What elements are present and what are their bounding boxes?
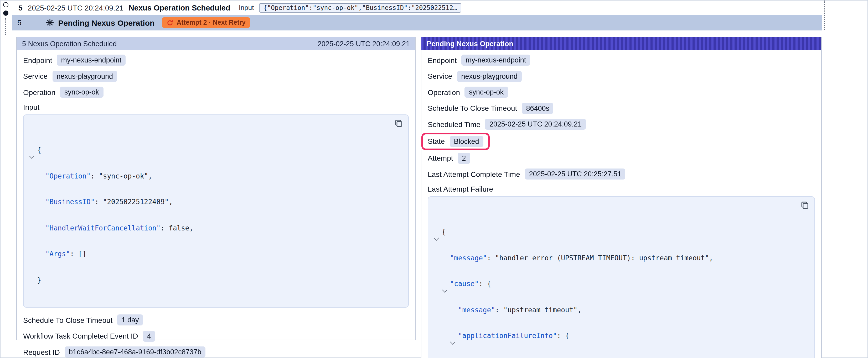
json-colon: : xyxy=(160,224,169,232)
event-row-scheduled[interactable]: 5 2025-02-25 UTC 20:24:09.21 Nexus Opera… xyxy=(12,1,822,15)
field-value-badge: nexus-playground xyxy=(457,71,522,82)
field-label: Endpoint xyxy=(23,56,52,64)
field-row-schedule-to-close: Schedule To Close Timeout 1 day xyxy=(23,315,409,325)
field-label: Operation xyxy=(23,88,56,96)
field-value-badge: my-nexus-endpoint xyxy=(462,55,530,66)
event-title: Nexus Operation Scheduled xyxy=(129,3,230,12)
code-line: } xyxy=(29,276,387,285)
attempt-retry-badge: Attempt 2 · Next Retry xyxy=(162,17,250,28)
field-value-badge: b1c6a4bc-8ee7-468a-9169-df3b02c8737b xyxy=(65,347,206,357)
code-indent xyxy=(433,306,458,314)
copy-button[interactable] xyxy=(395,119,403,127)
code-indent xyxy=(433,280,442,288)
field-row-operation: Operation sync-op-ok xyxy=(428,87,815,98)
input-field-label: Input xyxy=(239,4,254,11)
json-value: { xyxy=(37,146,41,154)
json-value: "sync-op-ok", xyxy=(99,172,152,180)
workflow-event-details-page: 5 2025-02-25 UTC 20:24:09.21 Nexus Opera… xyxy=(0,0,868,358)
field-row-scheduled-time: Scheduled Time 2025-02-25 UTC 20:24:09.2… xyxy=(428,119,815,130)
scheduled-card-body: Endpoint my-nexus-endpoint Service nexus… xyxy=(17,50,415,358)
field-label: Endpoint xyxy=(428,56,457,64)
input-json-viewer: { "Operation": "sync-op-ok", "BusinessID… xyxy=(23,114,409,307)
code-line: "Args": [] xyxy=(29,250,387,259)
field-label: Service xyxy=(428,72,452,80)
field-row-request-id: Request ID b1c6a4bc-8ee7-468a-9169-df3b0… xyxy=(23,347,409,357)
card-header-timestamp: 2025-02-25 UTC 20:24:09.21 xyxy=(318,40,410,47)
field-value-badge: 86400s xyxy=(522,103,554,113)
scroll-rail-dots xyxy=(824,1,825,30)
field-label: Workflow Task Completed Event ID xyxy=(23,332,138,340)
state-badge: Blocked xyxy=(450,136,483,147)
event-id-link[interactable]: 5 xyxy=(17,19,22,27)
code-indent xyxy=(29,224,45,232)
annotation-highlight-state: State Blocked xyxy=(422,133,490,150)
json-colon: : xyxy=(95,198,103,206)
code-line: "message": "upstream timeout", xyxy=(433,306,794,315)
field-label: Scheduled Time xyxy=(428,120,480,128)
temporal-event-history-view: 5 2025-02-25 UTC 20:24:09.21 Nexus Opera… xyxy=(0,0,868,358)
nexus-asterisk-icon xyxy=(46,19,54,27)
field-label: Service xyxy=(23,72,48,80)
json-colon: : xyxy=(479,280,487,288)
attempt-retry-label: Attempt 2 · Next Retry xyxy=(177,19,246,26)
field-label: Request ID xyxy=(23,348,60,356)
json-value: "handler error (UPSTREAM_TIMEOUT): upstr… xyxy=(495,254,713,262)
input-section-label: Input xyxy=(23,103,409,111)
json-key: "Operation" xyxy=(45,172,91,180)
field-value-badge: my-nexus-endpoint xyxy=(57,55,126,66)
json-colon: : xyxy=(91,172,99,180)
json-key: "applicationFailureInfo" xyxy=(458,332,557,339)
json-colon: : xyxy=(495,306,503,314)
json-key: "BusinessID" xyxy=(45,198,95,206)
json-key: "HandlerWaitForCancellation" xyxy=(45,224,160,232)
json-key: "Args" xyxy=(45,250,70,258)
code-line: "cause": { xyxy=(433,280,794,288)
event-detail-cards: 5 Nexus Operation Scheduled 2025-02-25 U… xyxy=(12,30,822,358)
card-header-title: Pending Nexus Operation xyxy=(427,40,513,47)
field-row-endpoint: Endpoint my-nexus-endpoint xyxy=(428,55,815,66)
scheduled-event-card: 5 Nexus Operation Scheduled 2025-02-25 U… xyxy=(16,37,415,340)
field-row-operation: Operation sync-op-ok xyxy=(23,87,409,98)
json-key: "cause" xyxy=(450,280,479,288)
json-value: { xyxy=(487,280,491,288)
scheduled-card-header: 5 Nexus Operation Scheduled 2025-02-25 U… xyxy=(17,37,415,50)
field-row-last-attempt-complete-time: Last Attempt Complete Time 2025-02-25 UT… xyxy=(428,168,815,180)
json-value: { xyxy=(565,332,569,339)
field-label: Last Attempt Complete Time xyxy=(428,170,520,178)
failure-json-viewer: { "message": "handler error (UPSTREAM_TI… xyxy=(428,196,815,358)
timeline-connector xyxy=(5,18,6,35)
event-input-preview: {"Operation":"sync-op-ok","BusinessID":"… xyxy=(259,3,461,12)
event-timeline-rail xyxy=(1,1,12,357)
field-value-badge: sync-op-ok xyxy=(60,87,103,98)
field-row-schedule-to-close: Schedule To Close Timeout 86400s xyxy=(428,103,815,113)
field-row-service: Service nexus-playground xyxy=(23,71,409,82)
field-value-badge: 2025-02-25 UTC 20:24:09.21 xyxy=(485,119,586,130)
code-line: "Operation": "sync-op-ok", xyxy=(29,172,387,181)
field-label: Schedule To Close Timeout xyxy=(23,316,113,324)
code-indent xyxy=(433,254,450,262)
card-header-title: 5 Nexus Operation Scheduled xyxy=(22,40,117,47)
timeline-node-selected-icon[interactable] xyxy=(3,10,8,16)
event-id[interactable]: 5 xyxy=(19,3,23,12)
code-line: { xyxy=(433,228,794,236)
code-line: "message": "handler error (UPSTREAM_TIME… xyxy=(433,254,794,262)
copy-button[interactable] xyxy=(801,201,809,209)
field-row-attempt: Attempt 2 xyxy=(428,153,815,164)
code-line: { xyxy=(29,146,387,155)
code-indent xyxy=(29,250,45,258)
event-row-pending[interactable]: 5 Pending Nexus Operation Attempt 2 · Ne… xyxy=(12,15,822,30)
field-row-endpoint: Endpoint my-nexus-endpoint xyxy=(23,55,409,66)
event-timestamp: 2025-02-25 UTC 20:24:09.21 xyxy=(28,3,123,12)
field-value-badge: 2025-02-25 UTC 20:25:27.51 xyxy=(525,168,625,180)
json-value: "upstream timeout", xyxy=(503,306,581,314)
json-value: [] xyxy=(78,250,87,258)
json-colon: : xyxy=(487,254,495,262)
json-colon: : xyxy=(557,332,565,339)
field-label: Attempt xyxy=(428,154,453,162)
code-indent xyxy=(29,172,45,180)
field-value-badge: 4 xyxy=(143,330,155,341)
field-value-badge: 1 day xyxy=(117,315,143,325)
field-label: Schedule To Close Timeout xyxy=(428,104,517,112)
timeline-node-icon[interactable] xyxy=(3,2,8,7)
event-title: Pending Nexus Operation xyxy=(58,18,155,27)
